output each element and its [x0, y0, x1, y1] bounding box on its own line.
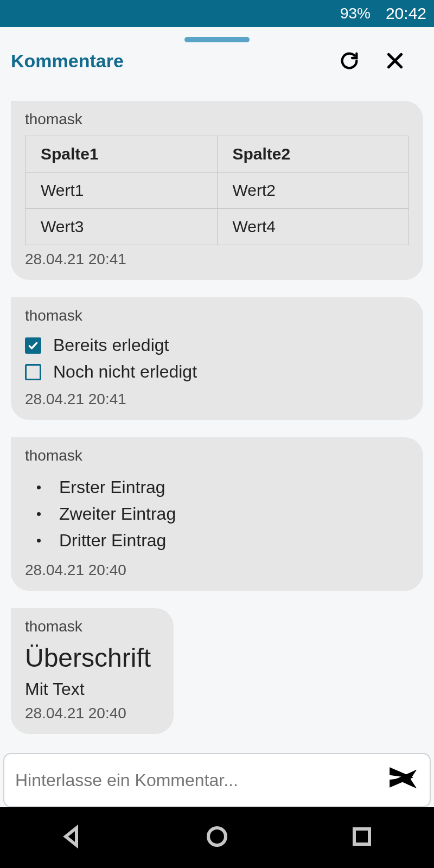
- bullet-icon: [37, 486, 41, 489]
- comment-composer: [3, 753, 431, 807]
- comment-timestamp: 28.04.21 20:40: [25, 705, 159, 722]
- comment-body: Mit Text: [25, 679, 159, 699]
- comment-heading: Überschrift: [25, 643, 159, 673]
- page-title: Kommentare: [11, 50, 124, 72]
- comment-table: Spalte1 Spalte2 Wert1 Wert2 Wert3 Wert4: [25, 136, 409, 245]
- list-item-label: Erster Eintrag: [59, 477, 165, 497]
- comment-author: thomask: [25, 111, 409, 128]
- comment-author: thomask: [25, 307, 409, 324]
- comment-author: thomask: [25, 447, 409, 464]
- list-item: Zweiter Eintrag: [37, 501, 409, 527]
- bullet-icon: [37, 539, 41, 542]
- close-button[interactable]: [383, 49, 407, 73]
- list-item-label: Dritter Eintrag: [59, 531, 166, 551]
- android-nav-bar: [0, 807, 434, 868]
- table-cell: Wert3: [25, 209, 218, 245]
- refresh-button[interactable]: [337, 49, 361, 73]
- checklist-item[interactable]: Bereits erledigt: [25, 332, 409, 359]
- checklist-item[interactable]: Noch nicht erledigt: [25, 359, 409, 385]
- list-item: Dritter Eintrag: [37, 527, 409, 554]
- comment-timestamp: 28.04.21 20:41: [25, 391, 409, 408]
- table-cell: Wert1: [25, 173, 218, 209]
- comment-input[interactable]: [15, 770, 394, 790]
- table-cell: Wert4: [217, 209, 409, 245]
- checklist-label: Noch nicht erledigt: [53, 362, 197, 382]
- nav-recent-button[interactable]: [349, 824, 375, 852]
- sheet-drag-handle[interactable]: [184, 37, 250, 42]
- list-item-label: Zweiter Eintrag: [59, 504, 176, 524]
- checkbox-unchecked-icon[interactable]: [25, 364, 41, 380]
- svg-point-14: [208, 828, 226, 845]
- send-icon[interactable]: [387, 764, 414, 793]
- status-clock: 20:42: [386, 4, 426, 23]
- comment-timestamp: 28.04.21 20:40: [25, 561, 409, 579]
- comment-bubble: thomask Überschrift Mit Text 28.04.21 20…: [11, 608, 174, 734]
- battery-percent: 93%: [340, 5, 371, 22]
- svg-rect-15: [354, 829, 369, 844]
- comments-list[interactable]: thomask Spalte1 Spalte2 Wert1 Wert2 Wert…: [0, 85, 434, 807]
- comment-timestamp: 28.04.21 20:41: [25, 251, 409, 268]
- table-row: Wert3 Wert4: [25, 209, 409, 245]
- status-bar: 93% 20:42: [0, 0, 434, 27]
- checklist-label: Bereits erledigt: [53, 335, 169, 355]
- sheet-header: Kommentare: [0, 46, 434, 85]
- list-item: Erster Eintrag: [37, 474, 409, 501]
- nav-back-button[interactable]: [59, 824, 85, 852]
- comment-bubble: thomask Bereits erledigt Noch nicht erle…: [11, 297, 423, 420]
- comment-bubble: thomask Spalte1 Spalte2 Wert1 Wert2 Wert…: [11, 101, 423, 280]
- comments-sheet: Kommentare thomask Spalte1 Spalte2 Wert1…: [0, 27, 434, 807]
- table-header-row: Spalte1 Spalte2: [25, 136, 409, 173]
- table-row: Wert1 Wert2: [25, 173, 409, 209]
- table-header-cell: Spalte2: [217, 136, 409, 173]
- bullet-icon: [37, 512, 41, 516]
- table-header-cell: Spalte1: [25, 136, 218, 173]
- comment-author: thomask: [25, 618, 159, 635]
- nav-home-button[interactable]: [204, 824, 230, 852]
- checkbox-checked-icon[interactable]: [25, 337, 41, 354]
- table-cell: Wert2: [217, 173, 409, 209]
- comment-bubble: thomask Erster Eintrag Zweiter Eintrag D…: [11, 437, 423, 591]
